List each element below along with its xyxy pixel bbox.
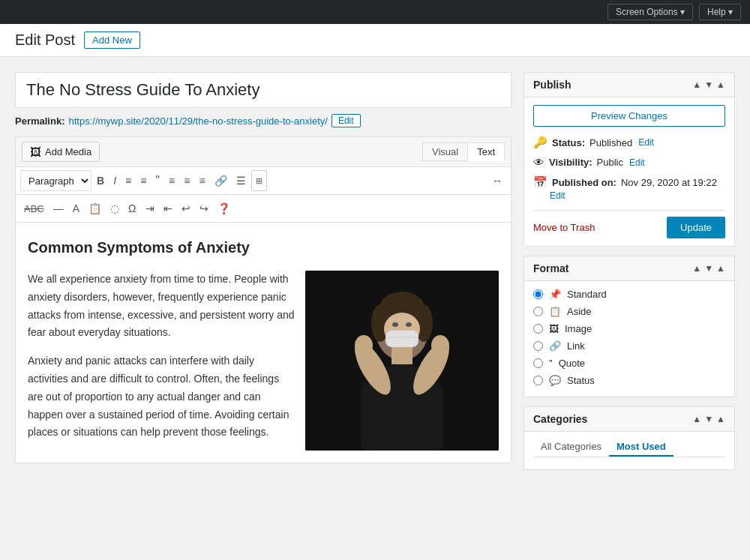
svg-point-11 bbox=[355, 335, 373, 356]
blockquote-button[interactable]: " bbox=[152, 170, 164, 191]
toolbar-toggle-button[interactable]: ⊞ bbox=[251, 170, 267, 191]
help-icon-button[interactable]: ❓ bbox=[214, 198, 234, 219]
anxiety-image-svg bbox=[305, 271, 499, 451]
paste-text-button[interactable]: 📋 bbox=[85, 198, 105, 219]
add-new-button[interactable]: Add New bbox=[84, 31, 140, 49]
format-radio-link[interactable] bbox=[533, 341, 543, 351]
update-button[interactable]: Update bbox=[667, 217, 725, 238]
all-categories-tab[interactable]: All Categories bbox=[533, 438, 609, 457]
indent-button[interactable]: ⇥ bbox=[142, 198, 158, 219]
format-box: Format ▲ ▼ ▲ 📌 Standard 📋 Aside bbox=[524, 256, 735, 397]
standard-icon: 📌 bbox=[549, 289, 561, 300]
categories-box-title: Categories bbox=[533, 413, 587, 425]
publish-box-title: Publish bbox=[533, 79, 572, 91]
categories-collapse-down[interactable]: ▼ bbox=[704, 414, 713, 424]
editor-content[interactable]: Common Symptoms of Anxiety We all experi… bbox=[16, 223, 511, 463]
align-right-button[interactable]: ≡ bbox=[195, 170, 208, 191]
categories-content: All Categories Most Used bbox=[524, 432, 734, 469]
svg-rect-16 bbox=[386, 331, 418, 347]
categories-collapse-up[interactable]: ▲ bbox=[692, 414, 701, 424]
permalink-link[interactable]: https://mywp.site/2020/11/29/the-no-stre… bbox=[68, 115, 327, 127]
align-center-button[interactable]: ≡ bbox=[180, 170, 194, 191]
format-collapse-toggle[interactable]: ▲ bbox=[716, 263, 725, 274]
content-paragraph-1: We all experience anxiety from time to t… bbox=[28, 271, 295, 342]
publish-actions: Move to Trash Update bbox=[533, 210, 725, 238]
format-option-quote: " Quote bbox=[533, 358, 725, 369]
toolbar-row-2: ABC — A 📋 ◌ Ω ⇥ ⇤ ↩ ↪ ❓ bbox=[16, 195, 511, 223]
most-used-tab[interactable]: Most Used bbox=[609, 438, 674, 457]
special-chars-button[interactable]: Ω bbox=[124, 198, 140, 219]
category-tabs: All Categories Most Used bbox=[533, 438, 725, 457]
undo-button[interactable]: ↩ bbox=[178, 198, 194, 219]
italic-button[interactable]: I bbox=[110, 170, 120, 191]
format-radio-aside[interactable] bbox=[533, 307, 543, 316]
permalink-edit-button[interactable]: Edit bbox=[332, 114, 361, 127]
align-left-button[interactable]: ≡ bbox=[165, 170, 178, 191]
format-option-image: 🖼 Image bbox=[533, 323, 725, 334]
add-media-button[interactable]: 🖼 Add Media bbox=[22, 142, 100, 162]
format-radio-image[interactable] bbox=[533, 324, 543, 334]
outdent-button[interactable]: ⇤ bbox=[160, 198, 176, 219]
visibility-icon: 👁 bbox=[533, 156, 544, 169]
visibility-edit-link[interactable]: Edit bbox=[629, 157, 645, 168]
format-option-link: 🔗 Link bbox=[533, 340, 725, 352]
publish-collapse-toggle[interactable]: ▲ bbox=[716, 79, 725, 90]
help-button[interactable]: Help ▾ bbox=[699, 4, 741, 20]
format-box-title: Format bbox=[533, 262, 568, 274]
format-label-quote: Quote bbox=[559, 358, 585, 369]
toolbar-row-1: Paragraph B I ≡ ≡ " ≡ ≡ ≡ 🔗 ☰ ⊞ ↔ bbox=[16, 167, 511, 195]
hr-button[interactable]: — bbox=[50, 198, 68, 219]
ordered-list-button[interactable]: ≡ bbox=[136, 170, 150, 191]
image-format-icon: 🖼 bbox=[549, 323, 559, 334]
format-option-aside: 📋 Aside bbox=[533, 306, 725, 317]
publish-box-header: Publish ▲ ▼ ▲ bbox=[524, 73, 734, 97]
status-value: Published bbox=[590, 137, 632, 148]
format-collapse-up[interactable]: ▲ bbox=[692, 263, 701, 274]
format-radio-quote[interactable] bbox=[533, 358, 543, 368]
redo-button[interactable]: ↪ bbox=[196, 198, 212, 219]
status-row: 🔑 Status: Published Edit bbox=[533, 136, 725, 149]
format-collapse-down[interactable]: ▼ bbox=[704, 263, 713, 274]
permalink-row: Permalink: https://mywp.site/2020/11/29/… bbox=[15, 114, 512, 127]
svg-point-14 bbox=[392, 322, 398, 327]
svg-point-15 bbox=[406, 322, 412, 327]
move-to-trash-link[interactable]: Move to Trash bbox=[533, 222, 595, 233]
format-label-image: Image bbox=[565, 323, 592, 334]
format-radio-status[interactable] bbox=[533, 376, 543, 385]
preview-changes-button[interactable]: Preview Changes bbox=[533, 105, 725, 127]
content-heading: Common Symptoms of Anxiety bbox=[28, 235, 499, 260]
link-button[interactable]: 🔗 bbox=[211, 170, 231, 191]
paragraph-select[interactable]: Paragraph bbox=[20, 170, 92, 191]
link-format-icon: 🔗 bbox=[549, 340, 561, 352]
aside-icon: 📋 bbox=[549, 306, 561, 317]
categories-collapse-toggle[interactable]: ▲ bbox=[716, 414, 725, 424]
fullscreen-button[interactable]: ↔ bbox=[488, 170, 506, 191]
screen-options-button[interactable]: Screen Options ▾ bbox=[608, 4, 693, 20]
published-on-edit-link[interactable]: Edit bbox=[550, 190, 725, 201]
publish-content: Preview Changes 🔑 Status: Published Edit… bbox=[524, 97, 734, 246]
calendar-icon: 📅 bbox=[533, 175, 548, 189]
publish-collapse-up[interactable]: ▲ bbox=[692, 79, 701, 90]
unordered-list-button[interactable]: ≡ bbox=[122, 170, 135, 191]
format-label-standard: Standard bbox=[567, 289, 607, 300]
strikethrough-button[interactable]: ABC bbox=[20, 198, 48, 219]
view-tabs: Visual Text bbox=[422, 142, 505, 161]
bold-button[interactable]: B bbox=[93, 170, 108, 191]
clear-format-button[interactable]: ◌ bbox=[106, 198, 123, 219]
svg-point-12 bbox=[431, 335, 449, 356]
quote-format-icon: " bbox=[549, 358, 553, 369]
content-image bbox=[305, 271, 499, 451]
text-tab[interactable]: Text bbox=[467, 142, 505, 161]
visual-tab[interactable]: Visual bbox=[422, 142, 467, 161]
content-text-block: We all experience anxiety from time to t… bbox=[28, 271, 295, 442]
text-color-button[interactable]: A bbox=[69, 198, 83, 219]
publish-collapse-down[interactable]: ▼ bbox=[704, 79, 713, 90]
status-icon: 🔑 bbox=[533, 136, 548, 149]
read-more-button[interactable]: ☰ bbox=[232, 170, 250, 191]
format-label-link: Link bbox=[567, 340, 585, 352]
categories-box-header: Categories ▲ ▼ ▲ bbox=[524, 407, 734, 432]
post-title-input[interactable] bbox=[15, 72, 512, 108]
status-edit-link[interactable]: Edit bbox=[638, 137, 654, 148]
visibility-value: Public bbox=[597, 157, 623, 168]
format-radio-standard[interactable] bbox=[533, 289, 543, 299]
